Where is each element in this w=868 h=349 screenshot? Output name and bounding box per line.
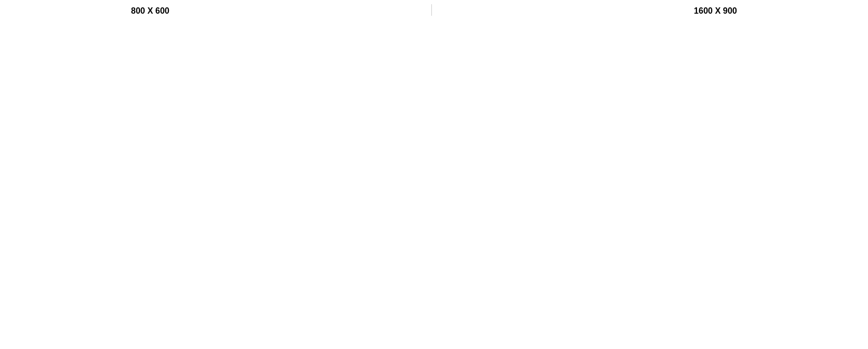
panel-divider (431, 4, 432, 16)
right-resolution-label: 1600 X 900 (694, 6, 737, 16)
left-resolution-label: 800 X 600 (131, 6, 169, 16)
comparison-panels: Recycle Bin A Adobe Reader X (0, 0, 868, 16)
left-panel: Recycle Bin A Adobe Reader X (131, 4, 169, 16)
right-panel: Recycle Bin A Adobe Reader X (694, 4, 737, 16)
